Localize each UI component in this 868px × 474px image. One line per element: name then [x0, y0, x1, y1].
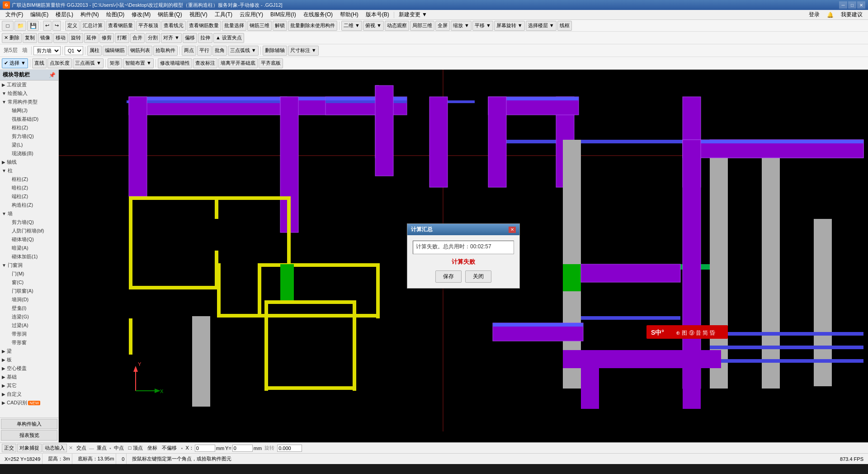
menu-bim[interactable]: BIM应用(I) [267, 10, 300, 19]
pan-btn[interactable]: 平移 ▼ [472, 21, 493, 31]
report-btn[interactable]: 报表预览 [1, 430, 57, 441]
sidebar-project-setup[interactable]: ▶ 工程设置 [0, 81, 58, 89]
sidebar-item-stripwin[interactable]: 带形窗 [0, 338, 58, 347]
unlock-btn[interactable]: 解锁 [273, 21, 287, 31]
query-mark-btn[interactable]: 查改标注 [193, 58, 217, 68]
draw-input-title[interactable]: ▼ 绘图输入 [0, 89, 58, 98]
rotate-btn[interactable]: 旋转 [69, 33, 83, 43]
menu-tools[interactable]: 工具(T) [211, 10, 236, 19]
sidebar-item-niche[interactable]: 壁龛(I) [0, 304, 58, 313]
layer-select[interactable]: Q1 [65, 46, 83, 55]
stretch-btn[interactable]: 拉伸 [198, 33, 212, 43]
sidebar-item-shearwall2[interactable]: 剪力墙(Q) [0, 218, 58, 227]
mod-wall-end-btn[interactable]: 修改墙端墙性 [158, 58, 192, 68]
cad-section[interactable]: ▶ CAD识别 NEW [0, 398, 58, 407]
open-btn[interactable]: 📁 [14, 21, 26, 31]
offset-btn[interactable]: 偏移 [183, 33, 197, 43]
parallel-btn[interactable]: 平行 [197, 46, 212, 56]
flush-top-btn[interactable]: 平齐板顶 [136, 21, 160, 31]
menu-suggest[interactable]: 我要建议 [837, 10, 866, 19]
coord-snap-label[interactable]: 坐标 [146, 444, 159, 452]
maximize-button[interactable]: □ [848, 1, 856, 9]
edit-rebar-btn[interactable]: 编辑钢筋 [103, 46, 127, 56]
sidebar-item-beam[interactable]: 梁(L) [0, 141, 58, 149]
sidebar-pin[interactable]: 📌 [49, 72, 56, 78]
mirror-btn[interactable]: 镜像 [38, 33, 52, 43]
sidebar-item-darkcol[interactable]: 暗柱(Z) [0, 184, 58, 192]
view-top-btn[interactable]: 俯视 ▼ [363, 21, 384, 31]
line-tool-btn[interactable]: 直线 [32, 58, 47, 68]
view-element-btn[interactable]: 查看线元 [161, 21, 186, 31]
sidebar-item-endcol[interactable]: 端柱(Z) [0, 192, 58, 201]
rotate-input[interactable] [277, 445, 302, 452]
fullscreen-btn[interactable]: 全屏 [435, 21, 450, 31]
screen-rotate-btn[interactable]: 屏幕旋转 ▼ [494, 21, 525, 31]
column-title[interactable]: ▼ 柱 [0, 166, 58, 175]
menu-edit[interactable]: 编辑(E) [27, 10, 52, 19]
view-2d-btn[interactable]: 二维 ▼ [341, 21, 362, 31]
menu-modify[interactable]: 修改(M) [128, 10, 154, 19]
dynamic-input-label[interactable]: 动态输入 [42, 444, 67, 452]
three-arc-btn[interactable]: 三点弧线 ▼ [228, 46, 259, 56]
menu-bell[interactable]: 🔔 [823, 11, 837, 19]
sidebar-item-darkbeam[interactable]: 暗梁(A) [0, 244, 58, 252]
x-coord-input[interactable] [195, 445, 215, 452]
menu-help[interactable]: 帮助(H) [336, 10, 362, 19]
define-btn[interactable]: 定义 [65, 21, 80, 31]
attr-col-btn[interactable]: 属柱 [87, 46, 102, 56]
doorwin-title[interactable]: ▼ 门窗洞 [0, 261, 58, 270]
foundation-section[interactable]: ▶ 基础 [0, 373, 58, 381]
close-button[interactable]: ✕ [857, 1, 865, 9]
sidebar-item-striphole[interactable]: 带形洞 [0, 330, 58, 338]
redo-btn[interactable]: ↪ [52, 21, 61, 31]
set-grip-btn[interactable]: ▲ 设置夹点 [213, 33, 244, 43]
endpoint-label[interactable]: 重点 [95, 444, 108, 452]
dialog-close-btn[interactable]: 关闭 [465, 270, 491, 283]
beam-section[interactable]: ▶ 梁 [0, 347, 58, 356]
axis-title[interactable]: ▶ 轴线 [0, 158, 58, 166]
menu-version[interactable]: 版本号(B) [362, 10, 393, 19]
wall-open-base-btn[interactable]: 墙离平开基础底 [218, 58, 258, 68]
local-3d-btn[interactable]: 局部三维 [410, 21, 434, 31]
dim-label-btn[interactable]: 尺寸标注 ▼ [288, 46, 319, 56]
menu-floor[interactable]: 楼层(L) [52, 10, 77, 19]
other-section[interactable]: ▶ 其它 [0, 381, 58, 390]
sidebar-item-framecol[interactable]: 框柱(Z) [0, 123, 58, 132]
sidebar-item-raft[interactable]: 筏板基础(D) [0, 115, 58, 123]
sidebar-item-slab[interactable]: 现浇板(B) [0, 149, 58, 158]
view-rebar-qty-btn[interactable]: 查看钢筋数量 [187, 21, 221, 31]
sidebar-draw-input[interactable]: ▼ 绘图输入 [0, 89, 58, 98]
undo-btn[interactable]: ↩ [43, 21, 52, 31]
break-btn[interactable]: 打断 [115, 33, 129, 43]
dynamic-obs-btn[interactable]: 动态观察 [385, 21, 409, 31]
batch-del-btn[interactable]: 批量删除未使用构件 [288, 21, 337, 31]
split-btn[interactable]: 分割 [146, 33, 160, 43]
align-btn[interactable]: 对齐 ▼ [161, 33, 182, 43]
del-aux-btn[interactable]: 删除辅轴 [263, 46, 287, 56]
two-point-btn[interactable]: 两点 [182, 46, 196, 56]
merge-btn[interactable]: 合并 [130, 33, 145, 43]
canvas-area[interactable]: Y X S中° ⊕ 图 ⑨ 昔 简 昏 计算汇总 ✕ 计算失败。总共用时：00:… [59, 70, 868, 442]
smart-place-btn[interactable]: 智能布置 ▼ [123, 58, 154, 68]
no-offset-label[interactable]: 不偏移 [160, 444, 179, 452]
sidebar-item-doorwin[interactable]: 门联窗(A) [0, 287, 58, 295]
save-btn[interactable]: 💾 [27, 21, 39, 31]
custom-section[interactable]: ▶ 自定义 [0, 390, 58, 398]
rebar-list-btn[interactable]: 钢筋列表 [128, 46, 152, 56]
titlebar-controls[interactable]: ─ □ ✕ [839, 1, 865, 9]
view-qty-btn[interactable]: 查看钢筋量 [106, 21, 135, 31]
menu-new-change[interactable]: 新建变更 ▼ [395, 10, 431, 19]
sidebar-item-brickreinf[interactable]: 砌体加筋(1) [0, 252, 58, 261]
move-btn[interactable]: 移动 [53, 33, 68, 43]
select-floor-btn[interactable]: 选择楼层 ▼ [526, 21, 557, 31]
new-btn[interactable]: □ [2, 21, 14, 31]
sidebar-item-shearwall[interactable]: 剪力墙(Q) [0, 132, 58, 141]
batch-select-btn[interactable]: 批量选择 [222, 21, 246, 31]
menu-rebar-qty[interactable]: 钢筋量(Q) [154, 10, 185, 19]
batch-angle-btn[interactable]: 批角 [212, 46, 227, 56]
rect-btn[interactable]: 矩形 [108, 58, 122, 68]
select-tool-btn[interactable]: ✔ 选择 ▼ [2, 58, 28, 68]
cut-type-select[interactable]: 剪力墙 [33, 46, 61, 55]
three-arc-draw-btn[interactable]: 三点画弧 ▼ [73, 58, 104, 68]
dialog-save-btn[interactable]: 保存 [435, 270, 462, 283]
